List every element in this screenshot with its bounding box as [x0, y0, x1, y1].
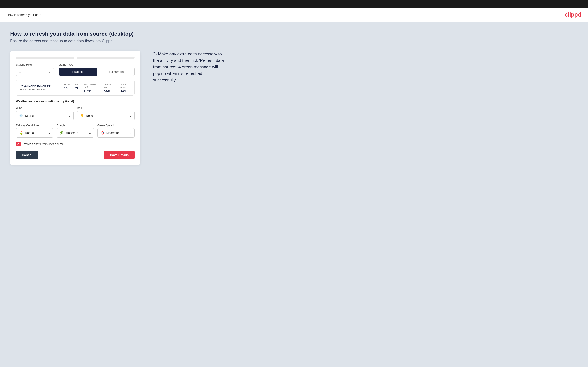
logo: clippd [565, 11, 581, 18]
tab-placeholder-2 [77, 57, 135, 59]
refresh-checkbox-row[interactable]: ✓ Refresh shots from data source [16, 142, 135, 146]
par-value: 72 [75, 86, 79, 90]
footer: Copyright Clippd 2022 [0, 366, 588, 367]
course-stats: Holes 18 Par 72 Yards/White (M)) 6,744 C… [64, 83, 131, 92]
course-name: Royal North Devon GC, [19, 84, 64, 88]
holes-value: 18 [64, 86, 68, 90]
header: How to refresh your data clippd [0, 8, 588, 22]
fairway-icon: ⛳ [19, 131, 23, 135]
game-type-toggle: Practice Tournament [59, 68, 135, 76]
cancel-button[interactable]: Cancel [16, 150, 38, 159]
rough-group: Rough 🌿 Moderate ⌄ [57, 124, 94, 138]
chevron-down-icon: ⌄ [89, 131, 91, 134]
rain-value: None [86, 114, 93, 117]
starting-hole-select[interactable]: 1 ⌄ [16, 68, 54, 76]
starting-hole-group: Starting Hole 1 ⌄ [16, 63, 54, 76]
par-stat: Par 72 [75, 83, 79, 92]
chevron-down-icon: ⌄ [48, 70, 51, 73]
fairway-select-left: ⛳ Normal [19, 131, 35, 135]
refresh-checkbox[interactable]: ✓ [16, 142, 21, 146]
course-rating-stat: Course rating 72.5 [104, 83, 115, 92]
fairway-group: Fairway Conditions ⛳ Normal ⌄ [16, 124, 53, 138]
conditions-bottom-row: Fairway Conditions ⛳ Normal ⌄ Rough 🌿 [16, 124, 135, 138]
wind-rain-row: Wind 💨 Strong ⌄ Rain ☀️ None [16, 107, 135, 120]
course-rating-label: Course rating [104, 83, 115, 88]
course-info: Royal North Devon GC, Westward Ho!, Engl… [19, 84, 64, 91]
starting-hole-value: 1 [19, 70, 21, 74]
rain-label: Rain [77, 107, 135, 110]
course-row: Royal North Devon GC, Westward Ho!, Engl… [16, 80, 135, 96]
header-title: How to refresh your data [7, 13, 41, 17]
wind-value: Strong [25, 114, 34, 117]
card-tabs-placeholder [16, 57, 135, 59]
starting-hole-label: Starting Hole [16, 63, 54, 66]
rough-select[interactable]: 🌿 Moderate ⌄ [57, 128, 94, 138]
course-rating-value: 72.5 [104, 89, 110, 92]
rough-value: Moderate [66, 131, 78, 134]
rain-icon: ☀️ [80, 113, 84, 118]
wind-icon: 💨 [19, 113, 23, 118]
save-button[interactable]: Save Details [104, 150, 135, 159]
chevron-down-icon: ⌄ [129, 131, 132, 134]
slope-rating-value: 134 [121, 89, 126, 92]
fairway-label: Fairway Conditions [16, 124, 53, 127]
wind-select[interactable]: 💨 Strong ⌄ [16, 111, 74, 120]
chevron-down-icon: ⌄ [68, 114, 71, 117]
fairway-value: Normal [25, 131, 35, 134]
par-label: Par [75, 83, 79, 86]
slope-rating-label: Slope rating [121, 83, 131, 88]
side-instruction: 3) Make any extra edits necessary to the… [153, 51, 225, 83]
green-speed-label: Green Speed [97, 124, 135, 127]
course-location: Westward Ho!, England [19, 88, 64, 91]
holes-stat: Holes 18 [64, 83, 70, 92]
chevron-down-icon: ⌄ [129, 114, 132, 117]
rain-group: Rain ☀️ None ⌄ [77, 107, 135, 120]
yards-label: Yards/White (M)) [84, 83, 98, 88]
green-speed-group: Green Speed 🎯 Moderate ⌄ [97, 124, 135, 138]
tournament-button[interactable]: Tournament [97, 68, 134, 75]
form-card: Starting Hole 1 ⌄ Game Type Practice Tou… [10, 51, 140, 165]
game-type-label: Game Type [59, 63, 135, 66]
holes-label: Holes [64, 83, 70, 86]
yards-stat: Yards/White (M)) 6,744 [84, 83, 98, 92]
green-speed-select[interactable]: 🎯 Moderate ⌄ [97, 128, 135, 138]
rain-select-left: ☀️ None [80, 113, 93, 118]
content-row: Starting Hole 1 ⌄ Game Type Practice Tou… [10, 51, 578, 165]
top-bar [0, 0, 588, 8]
page-subheading: Ensure the correct and most up to date d… [10, 39, 578, 43]
top-form-row: Starting Hole 1 ⌄ Game Type Practice Tou… [16, 63, 135, 76]
yards-value: 6,744 [84, 89, 92, 92]
game-type-group: Game Type Practice Tournament [59, 63, 135, 76]
checkmark-icon: ✓ [17, 142, 19, 146]
conditions-title: Weather and course conditions (optional) [16, 100, 135, 103]
page-heading: How to refresh your data from source (de… [10, 31, 578, 37]
green-speed-select-left: 🎯 Moderate [100, 131, 119, 135]
rough-icon: 🌿 [59, 131, 64, 135]
tab-placeholder-1 [16, 57, 74, 59]
refresh-label: Refresh shots from data source [23, 142, 64, 146]
wind-label: Wind [16, 107, 74, 110]
rough-select-left: 🌿 Moderate [59, 131, 78, 135]
green-speed-value: Moderate [106, 131, 119, 134]
practice-button[interactable]: Practice [59, 68, 97, 75]
wind-select-left: 💨 Strong [19, 113, 34, 118]
green-speed-icon: 🎯 [100, 131, 105, 135]
slope-rating-stat: Slope rating 134 [121, 83, 131, 92]
instruction-text: 3) Make any extra edits necessary to the… [153, 51, 225, 83]
button-row: Cancel Save Details [16, 150, 135, 159]
rough-label: Rough [57, 124, 94, 127]
fairway-select[interactable]: ⛳ Normal ⌄ [16, 128, 53, 138]
wind-group: Wind 💨 Strong ⌄ [16, 107, 74, 120]
main-content: How to refresh your data from source (de… [0, 22, 588, 366]
chevron-down-icon: ⌄ [48, 131, 51, 134]
rain-select[interactable]: ☀️ None ⌄ [77, 111, 135, 120]
